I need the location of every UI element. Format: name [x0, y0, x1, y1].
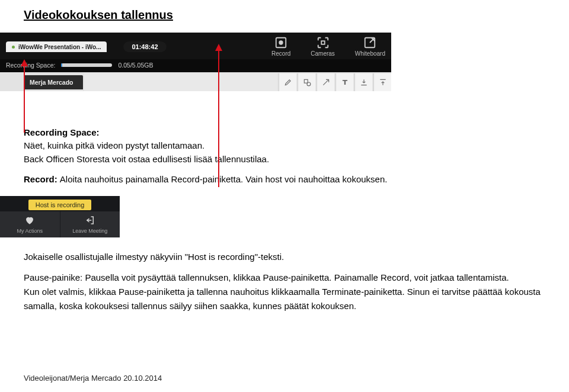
- my-actions-label: My Actions: [17, 228, 43, 234]
- recording-space-progress: [61, 63, 112, 67]
- svg-point-5: [307, 82, 311, 86]
- section-recording-space: Recording Space: Näet, kuinka pitkä vide…: [24, 127, 545, 185]
- svg-rect-2: [321, 41, 325, 44]
- pause-text: Pausella voit pysäyttää tallennuksen, kl…: [85, 272, 509, 282]
- terminate-text-1: Kun olet valmis, klikkaa Pause-painikett…: [24, 285, 545, 298]
- text-icon: [341, 78, 349, 86]
- recording-space-line1: Näet, kuinka pitkä videon pystyt tallent…: [24, 140, 545, 152]
- my-actions-button[interactable]: My Actions: [0, 211, 60, 237]
- whiteboard-button[interactable]: Whiteboard: [355, 36, 385, 57]
- terminate-text-2: samalla, koska kokouksesi tallennus säil…: [24, 300, 545, 312]
- svg-rect-4: [304, 79, 308, 83]
- whiteboard-label: Whiteboard: [355, 50, 385, 57]
- tool-pencil-button[interactable]: [279, 73, 296, 91]
- presentation-tab[interactable]: iWowWe Presentation - iWo...: [6, 41, 107, 52]
- leave-meeting-label: Leave Meeting: [72, 228, 107, 234]
- annotation-arrow-record: [215, 44, 222, 187]
- section-pause: Jokaiselle osallistujalle ilmestyy näkyv…: [24, 250, 545, 312]
- upload-icon: [379, 78, 387, 86]
- arrow-head-icon: [21, 59, 28, 66]
- shape-icon: [303, 78, 311, 86]
- svg-point-1: [279, 41, 283, 44]
- record-icon: [274, 36, 287, 49]
- record-heading: Record:: [24, 174, 60, 184]
- pause-heading: Pause-painike:: [24, 272, 85, 282]
- download-icon: [360, 78, 368, 86]
- tab-title: iWowWe Presentation - iWo...: [18, 44, 101, 50]
- recording-space-heading: Recording Space:: [24, 127, 100, 137]
- tool-export-button[interactable]: [373, 73, 391, 91]
- exit-icon: [85, 215, 95, 226]
- record-button[interactable]: Record: [271, 36, 290, 57]
- leave-meeting-button[interactable]: Leave Meeting: [60, 211, 120, 237]
- record-label: Record: [271, 50, 290, 57]
- status-dot-icon: [12, 46, 15, 49]
- record-text: Aloita nauhoitus painamalla Record-paini…: [60, 174, 388, 184]
- recording-space-line2: Back Officen Storesta voit ostaa edullis…: [24, 153, 545, 165]
- pencil-icon: [284, 78, 292, 86]
- cameras-button[interactable]: Cameras: [311, 36, 335, 57]
- tool-shape-button[interactable]: [298, 73, 315, 91]
- arrow-icon: [322, 78, 330, 86]
- user-name-tab[interactable]: Merja Mercado: [24, 75, 83, 89]
- page-title: Videokokouksen tallennus: [24, 8, 545, 22]
- cameras-label: Cameras: [311, 50, 335, 57]
- whiteboard-icon: [363, 36, 376, 49]
- heart-icon: [24, 215, 35, 226]
- arrow-head-icon: [215, 44, 222, 51]
- recording-space-value: 0.05/5.05GB: [118, 62, 153, 69]
- annotation-arrow-recording-space: [21, 59, 28, 133]
- tool-import-button[interactable]: [354, 73, 372, 91]
- screenshot-host-recording: Host is recording My Actions Leave Meeti…: [0, 196, 120, 237]
- host-recording-text: Jokaiselle osallistujalle ilmestyy näkyv…: [24, 250, 545, 263]
- recording-space-label: Recording Space:: [6, 62, 55, 69]
- footer-credit: Videoleijonat/Merja Mercado 20.10.2014: [24, 374, 162, 383]
- cameras-icon: [317, 36, 330, 49]
- tool-arrow-button[interactable]: [317, 73, 334, 91]
- tool-text-button[interactable]: [335, 73, 353, 91]
- duration-badge: 01:48:42: [123, 41, 166, 52]
- host-recording-badge: Host is recording: [28, 200, 92, 210]
- screenshot-toolbar: iWowWe Presentation - iWo... 01:48:42 Re…: [0, 33, 391, 91]
